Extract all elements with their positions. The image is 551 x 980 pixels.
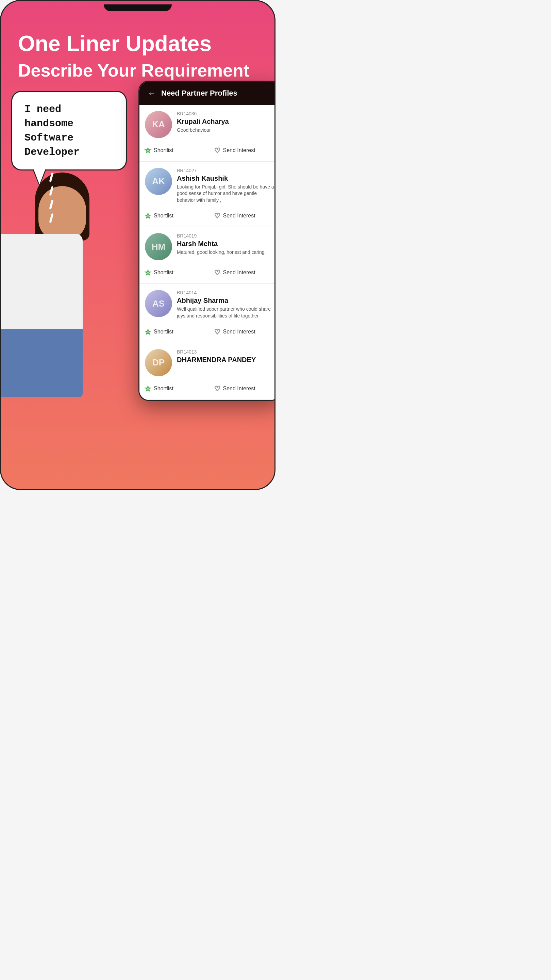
person-jeans (0, 329, 83, 397)
phone-top-bar (1, 1, 275, 11)
heart-icon: ♡ (214, 328, 221, 336)
action-divider (210, 268, 210, 277)
shortlist-label: Shortlist (154, 269, 173, 275)
woman-figure (8, 152, 134, 397)
heart-icon: ♡ (214, 385, 221, 393)
star-icon: ☆ (145, 385, 151, 393)
avatar[interactable]: HM (145, 233, 172, 260)
profile-info-row: HM BR14019 Harsh Mehta Matured, good loo… (140, 227, 275, 264)
profile-text: BR14027 Ashish Kaushik Looking for Punja… (177, 168, 275, 204)
send-interest-label: Send Interest (223, 329, 256, 335)
shortlist-label: Shortlist (154, 147, 173, 153)
profile-text: BR14014 Abhijay Sharma Well qualified so… (177, 290, 275, 319)
inner-phone-title: Need Partner Profiles (161, 89, 237, 98)
profile-text: BR14036 Krupali Acharya Good behaviour (177, 111, 275, 134)
profile-id: BR14027 (177, 168, 275, 173)
shortlist-button[interactable]: ☆ Shortlist (145, 210, 206, 221)
star-icon: ☆ (145, 269, 151, 277)
send-interest-button[interactable]: ♡ Send Interest (214, 267, 275, 278)
action-divider (210, 327, 210, 337)
profile-name[interactable]: DHARMENDRA PANDEY (177, 356, 275, 364)
outer-phone: One Liner Updates Describe Your Requirem… (0, 0, 275, 490)
send-interest-button[interactable]: ♡ Send Interest (214, 145, 275, 156)
profile-card: DP BR14013 DHARMENDRA PANDEY ☆ Shortlist… (140, 343, 275, 400)
profile-id: BR14013 (177, 349, 275, 355)
shortlist-button[interactable]: ☆ Shortlist (145, 383, 206, 394)
avatar[interactable]: AS (145, 290, 172, 317)
bottom-area: I need handsome Software Developer (1, 91, 275, 397)
profile-id: BR14019 (177, 233, 275, 239)
heart-icon: ♡ (214, 146, 221, 154)
action-row: ☆ Shortlist ♡ Send Interest (140, 380, 275, 399)
shortlist-button[interactable]: ☆ Shortlist (145, 267, 206, 278)
send-interest-label: Send Interest (223, 213, 256, 219)
profile-card: KA BR14036 Krupali Acharya Good behaviou… (140, 105, 275, 162)
speech-text: I need handsome Software Developer (24, 102, 114, 159)
profile-info-row: AK BR14027 Ashish Kaushik Looking for Pu… (140, 162, 275, 207)
avatar[interactable]: DP (145, 349, 172, 376)
send-interest-button[interactable]: ♡ Send Interest (214, 326, 275, 337)
profile-name[interactable]: Harsh Mehta (177, 240, 275, 248)
profile-list: KA BR14036 Krupali Acharya Good behaviou… (140, 105, 275, 400)
speech-bubble-container: I need handsome Software Developer (11, 91, 127, 170)
shortlist-label: Shortlist (154, 329, 173, 335)
inner-phone-header: ← Need Partner Profiles (140, 82, 275, 105)
person-shoulders (0, 234, 83, 336)
heart-icon: ♡ (214, 212, 221, 220)
action-divider (210, 211, 210, 221)
send-interest-label: Send Interest (223, 147, 256, 153)
profile-description: Looking for Punjabi girl. She should be … (177, 184, 275, 204)
action-row: ☆ Shortlist ♡ Send Interest (140, 264, 275, 283)
profile-info-row: KA BR14036 Krupali Acharya Good behaviou… (140, 105, 275, 142)
action-divider (210, 146, 210, 155)
action-row: ☆ Shortlist ♡ Send Interest (140, 323, 275, 343)
phone-notch (104, 5, 172, 11)
heart-icon: ♡ (214, 269, 221, 277)
star-icon: ☆ (145, 328, 151, 336)
action-divider (210, 384, 210, 393)
hero-title: One Liner Updates (18, 32, 257, 56)
avatar[interactable]: AK (145, 168, 172, 195)
star-icon: ☆ (145, 212, 151, 220)
action-row: ☆ Shortlist ♡ Send Interest (140, 142, 275, 161)
shortlist-button[interactable]: ☆ Shortlist (145, 145, 206, 156)
profile-id: BR14014 (177, 290, 275, 295)
profile-name[interactable]: Ashish Kaushik (177, 175, 275, 182)
shortlist-button[interactable]: ☆ Shortlist (145, 326, 206, 337)
profile-info-row: DP BR14013 DHARMENDRA PANDEY (140, 343, 275, 380)
profile-name[interactable]: Krupali Acharya (177, 118, 275, 126)
shortlist-label: Shortlist (154, 385, 173, 392)
action-row: ☆ Shortlist ♡ Send Interest (140, 207, 275, 227)
profile-description: Matured, good looking, honest and caring… (177, 249, 275, 256)
hero-section: One Liner Updates Describe Your Requirem… (1, 11, 275, 91)
profile-text: BR14019 Harsh Mehta Matured, good lookin… (177, 233, 275, 256)
profile-name[interactable]: Abhijay Sharma (177, 297, 275, 305)
profile-card: AS BR14014 Abhijay Sharma Well qualified… (140, 284, 275, 343)
profile-id: BR14036 (177, 111, 275, 116)
send-interest-button[interactable]: ♡ Send Interest (214, 210, 275, 221)
speech-bubble: I need handsome Software Developer (11, 91, 127, 170)
send-interest-label: Send Interest (223, 385, 256, 392)
shortlist-label: Shortlist (154, 213, 173, 219)
hero-subtitle: Describe Your Requirement (18, 61, 257, 80)
profile-description: Well qualified sober partner who could s… (177, 306, 275, 319)
profile-card: HM BR14019 Harsh Mehta Matured, good loo… (140, 227, 275, 284)
star-icon: ☆ (145, 146, 151, 154)
inner-phone: ← Need Partner Profiles KA BR14036 Krupa… (138, 81, 275, 401)
person-face (38, 186, 86, 240)
back-button[interactable]: ← (148, 89, 156, 98)
send-interest-button[interactable]: ♡ Send Interest (214, 383, 275, 394)
profile-info-row: AS BR14014 Abhijay Sharma Well qualified… (140, 284, 275, 323)
send-interest-label: Send Interest (223, 269, 256, 275)
avatar[interactable]: KA (145, 111, 172, 138)
profile-card: AK BR14027 Ashish Kaushik Looking for Pu… (140, 162, 275, 227)
profile-description: Good behaviour (177, 127, 275, 134)
profile-text: BR14013 DHARMENDRA PANDEY (177, 349, 275, 365)
